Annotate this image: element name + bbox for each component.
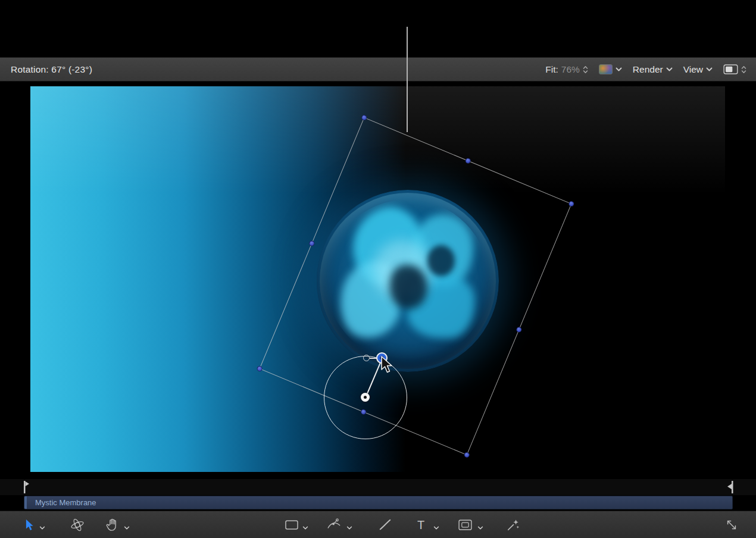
color-channel-thumbnail-icon xyxy=(599,64,613,74)
3d-orbit-icon xyxy=(70,518,85,532)
text-tool-glyph: T xyxy=(417,519,424,531)
track-label: Mystic Membrane xyxy=(35,498,96,507)
pan-tool-chevron[interactable] xyxy=(124,526,130,530)
mask-tool-button[interactable] xyxy=(458,520,472,530)
play-range-end-marker[interactable] xyxy=(725,481,735,493)
rotation-readout: Rotation: 67° (-23°) xyxy=(11,64,92,75)
zoom-fit-control[interactable]: Fit: 76% xyxy=(545,64,588,75)
shape-tool-button[interactable] xyxy=(285,520,298,530)
chevron-down-icon xyxy=(616,67,622,71)
play-range-start-marker[interactable] xyxy=(20,481,30,493)
chevron-down-icon xyxy=(706,67,713,71)
mask-tool-chevron[interactable] xyxy=(477,526,483,530)
bezier-tool-chevron[interactable] xyxy=(346,526,352,530)
text-tool-button[interactable]: T xyxy=(417,519,424,531)
chevron-down-icon xyxy=(433,526,439,530)
render-menu-label: Render xyxy=(633,64,663,75)
select-tool-chevron[interactable] xyxy=(39,526,45,530)
channel-view-control[interactable] xyxy=(599,64,622,74)
canvas-viewport[interactable] xyxy=(0,82,756,479)
chevron-down-icon xyxy=(39,526,45,530)
bezier-curve-icon xyxy=(327,518,341,531)
view-menu[interactable]: View xyxy=(683,64,713,75)
paint-stroke-icon xyxy=(379,518,392,531)
fit-label: Fit: xyxy=(545,64,558,75)
anchor-point[interactable] xyxy=(361,393,370,402)
rectangle-icon xyxy=(285,520,298,530)
transform-3d-tool-button[interactable] xyxy=(70,518,85,532)
hand-icon xyxy=(106,518,119,532)
diagonal-resize-icon xyxy=(725,518,738,531)
image-mask-icon xyxy=(458,520,472,530)
particles-tool-button[interactable] xyxy=(507,518,520,531)
mouse-cursor-icon xyxy=(379,356,393,374)
text-tool-chevron[interactable] xyxy=(433,526,439,530)
paint-stroke-tool-button[interactable] xyxy=(379,518,392,531)
canvas-status-bar: Rotation: 67° (-23°) Fit: 76% Render Vie… xyxy=(0,57,756,82)
bezier-tool-button[interactable] xyxy=(327,518,341,531)
fit-stepper-icon[interactable] xyxy=(583,65,588,74)
display-stepper-icon xyxy=(741,65,746,74)
arrow-cursor-icon xyxy=(25,518,34,531)
timeline-track-bar[interactable]: Mystic Membrane xyxy=(24,496,733,509)
chevron-down-icon xyxy=(302,526,308,530)
rotation-handle-ghost xyxy=(363,355,370,361)
bottom-toolbar: T xyxy=(0,511,756,538)
callout-line xyxy=(407,27,408,132)
shape-tool-chevron[interactable] xyxy=(302,526,308,530)
chevron-down-icon xyxy=(346,526,352,530)
view-menu-label: View xyxy=(683,64,703,75)
status-bar-controls: Fit: 76% Render View xyxy=(545,64,756,75)
chevron-down-icon xyxy=(666,67,673,71)
fit-value: 76% xyxy=(561,64,580,75)
window-icon xyxy=(723,64,738,74)
display-layout-control[interactable] xyxy=(723,64,746,74)
timeline-mini-ruler[interactable] xyxy=(0,479,756,495)
pan-tool-button[interactable] xyxy=(106,518,119,532)
select-tool-button[interactable] xyxy=(25,518,34,531)
chevron-down-icon xyxy=(477,526,483,530)
sparkle-wand-icon xyxy=(507,518,520,531)
chevron-down-icon xyxy=(124,526,130,530)
resize-handle-button[interactable] xyxy=(725,518,738,531)
render-menu[interactable]: Render xyxy=(633,64,673,75)
